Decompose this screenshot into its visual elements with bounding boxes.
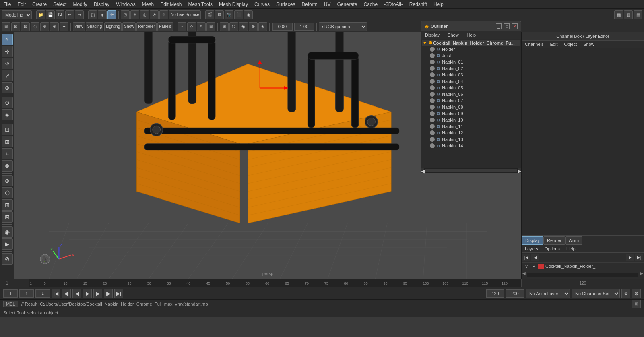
mode-select[interactable]: Modeling [2, 10, 32, 19]
menu-mesh-display[interactable]: Mesh Display [216, 1, 251, 8]
tool-a[interactable]: ⊞ [2, 22, 10, 31]
vp-menu-renderer[interactable]: Renderer [136, 22, 157, 31]
undo-btn[interactable]: ↩ [65, 10, 74, 19]
outliner-item-napkin07[interactable]: ⊡ Napkin_07 [422, 97, 520, 104]
play-btn[interactable]: ▶ [83, 289, 92, 298]
snap-curve-btn[interactable]: ⌗ [2, 148, 13, 159]
outliner-item-napkin02[interactable]: ⊡ Napkin_02 [422, 65, 520, 72]
soft-sel-btn[interactable]: ⊙ [2, 97, 13, 108]
redo-btn[interactable]: ↪ [75, 10, 84, 19]
no-live-surface-btn[interactable]: No Live Surface [169, 10, 201, 19]
outliner-item-napkin01[interactable]: ⊡ Napkin_01 [422, 59, 520, 65]
anim-settings-btn[interactable]: ⚙ [621, 289, 630, 298]
render3-btn[interactable]: 📷 [225, 10, 233, 19]
snap1-btn[interactable]: ⊡ [121, 10, 130, 19]
current-frame-input[interactable] [19, 289, 34, 298]
menu-mesh-tools[interactable]: Mesh Tools [185, 1, 216, 8]
layer-nav-first[interactable]: |◀ [522, 254, 530, 261]
attr-btn[interactable]: ⊞ [2, 199, 13, 211]
outliner-item-napkin14[interactable]: ⊡ Napkin_14 [422, 143, 520, 149]
snap4-btn[interactable]: ⊗ [150, 10, 159, 19]
snap3-btn[interactable]: ◎ [140, 10, 149, 19]
start-frame-input[interactable] [3, 289, 18, 298]
outliner-item-napkin11[interactable]: ⊡ Napkin_11 [422, 123, 520, 130]
snap-pnt-btn[interactable]: ⊡ [2, 124, 13, 135]
layout2-btn[interactable]: ▥ [624, 10, 633, 19]
timeline-track[interactable]: 1 5 10 15 20 25 30 35 40 45 50 55 60 65 … [29, 279, 521, 287]
goto-start-btn[interactable]: |◀ [52, 289, 60, 298]
options-subtab[interactable]: Options [541, 245, 563, 252]
vp-menu-shading[interactable]: Shading [86, 22, 104, 31]
outliner-item-joist[interactable]: ⊡ Joist [422, 52, 520, 59]
outliner-item-holder[interactable]: ⊡ Holder [422, 46, 520, 52]
menu-cache[interactable]: Cache [360, 1, 381, 8]
poly-snap-btn[interactable]: ◈ [258, 22, 267, 31]
paint-btn[interactable]: ✎ [197, 22, 206, 31]
outliner-root-item[interactable]: ▼ ⊕ Cocktail_Napkin_Holder_Chrome_Fu... [422, 40, 520, 46]
menu-surfaces[interactable]: Surfaces [273, 1, 298, 8]
step-back-btn[interactable]: ◀| [62, 289, 71, 298]
move-btn[interactable]: ✛ [107, 10, 116, 19]
edge-snap-btn[interactable]: ⬡ [229, 22, 238, 31]
menu-edit-mesh[interactable]: Edit Mesh [157, 1, 185, 8]
circle-sel-btn[interactable]: ○ [178, 22, 186, 31]
step-fwd-btn[interactable]: |▶ [104, 289, 113, 298]
outliner-menu-display[interactable]: Display [421, 31, 444, 39]
node-btn[interactable]: ⬡ [2, 187, 13, 198]
outliner-item-napkin08[interactable]: ⊡ Napkin_08 [422, 104, 520, 110]
scroll-track[interactable] [425, 169, 517, 172]
menu-redshift[interactable]: Redshift [406, 1, 430, 8]
scroll-right-arrow[interactable]: ▶ [640, 271, 643, 278]
tool-g[interactable]: ✦ [60, 22, 68, 31]
vp-menu-show[interactable]: Show [122, 22, 136, 31]
render2-btn[interactable]: 🖥 [215, 10, 224, 19]
object-tab[interactable]: Object [561, 41, 580, 48]
menu-edit[interactable]: Edit [14, 1, 29, 8]
layer-nav-prev[interactable]: ◀ [531, 254, 539, 261]
channel-btn[interactable]: ⊠ [2, 211, 13, 223]
snap-grid-btn[interactable]: ⊞ [2, 136, 13, 147]
menu-help[interactable]: Help [430, 1, 447, 8]
help-subtab[interactable]: Help [563, 245, 579, 252]
tool-d[interactable]: ◌ [31, 22, 39, 31]
anim-layer-select[interactable]: No Anim Layer [526, 289, 570, 298]
show-tab[interactable]: Show [580, 41, 598, 48]
layer-nav-last[interactable]: ▶| [635, 254, 643, 261]
outliner-item-napkin05[interactable]: ⊡ Napkin_05 [422, 85, 520, 91]
menu-uv[interactable]: UV [321, 1, 334, 8]
layout3-btn[interactable]: ▤ [634, 10, 642, 19]
outliner-item-napkin12[interactable]: ⊡ Napkin_12 [422, 130, 520, 136]
field1-input[interactable] [272, 23, 293, 31]
grid-snap-btn[interactable]: ⊞ [220, 22, 229, 31]
menu-file[interactable]: File [0, 1, 14, 8]
menu-windows[interactable]: Windows [113, 1, 139, 8]
display-layer-tab[interactable]: Display [522, 236, 543, 245]
outliner-menu-help[interactable]: Help [463, 31, 480, 39]
extra-btn[interactable]: ⊘ [2, 253, 13, 265]
outliner-item-napkin04[interactable]: ⊡ Napkin_04 [422, 78, 520, 85]
outliner-item-napkin09[interactable]: ⊡ Napkin_09 [422, 110, 520, 117]
render-layer-tab[interactable]: Render [543, 236, 565, 245]
tool-b[interactable]: ⊠ [11, 22, 20, 31]
color-space-select[interactable]: sRGB gamma [319, 22, 367, 31]
render4-btn[interactable]: ⬛ [234, 10, 243, 19]
layer-color-swatch[interactable] [538, 264, 544, 269]
outliner-tree[interactable]: ▼ ⊕ Cocktail_Napkin_Holder_Chrome_Fu... … [421, 39, 521, 168]
outliner-minimize-btn[interactable]: _ [496, 23, 502, 29]
vp-menu-panels[interactable]: Panels [157, 22, 173, 31]
vp-menu-lighting[interactable]: Lighting [104, 22, 122, 31]
menu-create[interactable]: Create [29, 1, 50, 8]
outliner-maximize-btn[interactable]: □ [504, 23, 510, 29]
field2-input[interactable] [294, 23, 314, 31]
render5-btn[interactable]: ◉ [244, 10, 253, 19]
tool-f[interactable]: ⊗ [50, 22, 59, 31]
edit-tab[interactable]: Edit [547, 41, 561, 48]
menu-generate[interactable]: Generate [334, 1, 360, 8]
outliner-item-napkin06[interactable]: ⊡ Napkin_06 [422, 91, 520, 97]
snap-surface-btn[interactable]: ⊗ [2, 160, 13, 172]
layer-visible-btn[interactable]: V [524, 263, 529, 269]
lasso-sel-btn[interactable]: ◇ [187, 22, 196, 31]
outliner-item-napkin10[interactable]: ⊡ Napkin_10 [422, 117, 520, 123]
out-frame-input[interactable] [506, 289, 524, 298]
save-btn[interactable]: 💾 [46, 10, 55, 19]
